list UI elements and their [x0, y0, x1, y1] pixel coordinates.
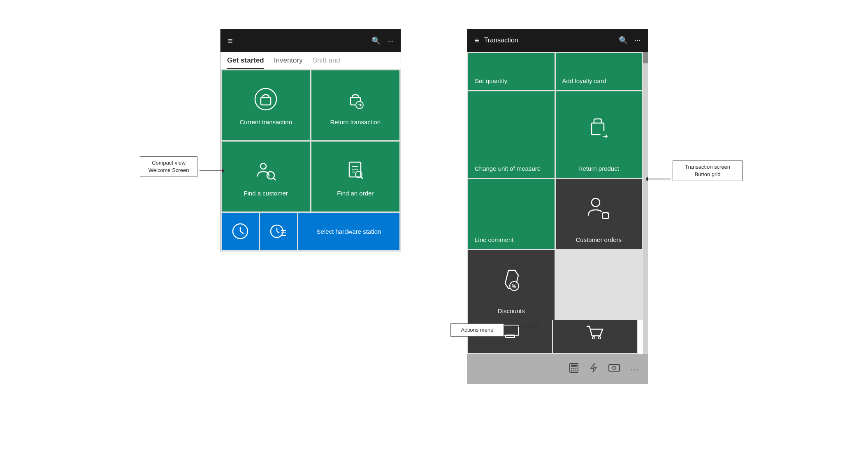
discounts-label: Discounts — [498, 307, 525, 314]
tile-add-loyalty[interactable]: Add loyalty card — [556, 53, 642, 90]
tab-shift[interactable]: Shift and — [313, 56, 340, 69]
svg-line-16 — [361, 177, 363, 179]
bottom-row: Select hardware station — [220, 213, 401, 251]
right-title: Transaction — [484, 37, 518, 44]
return-bag-icon — [343, 87, 368, 114]
annotation-arrow-left — [200, 165, 224, 177]
svg-point-48 — [571, 370, 573, 372]
cart-icon — [585, 324, 605, 339]
svg-point-2 — [255, 88, 276, 110]
calculator-icon[interactable] — [569, 363, 579, 376]
right-section: Transaction screenButton grid Actions me… — [467, 29, 648, 384]
compact-view-annotation: Compact view Welcome Screen — [140, 156, 197, 177]
clock-icon — [231, 222, 249, 240]
header-right: 🔍 ··· — [371, 36, 393, 45]
return-product-label: Return product — [578, 165, 619, 172]
more-icon[interactable]: ··· — [387, 37, 393, 45]
calc-svg — [569, 363, 579, 373]
tile-discounts[interactable]: % Discounts — [468, 250, 555, 320]
clock-list-icon — [269, 222, 288, 240]
svg-line-19 — [240, 231, 244, 234]
money-svg — [608, 363, 620, 372]
right-tile-grid: Set quantity Add loyalty card Change uni… — [467, 52, 643, 320]
hardware-station-label: Select hardware station — [317, 228, 381, 235]
transaction-button-grid-annotation: Transaction screenButton grid — [673, 160, 743, 181]
svg-line-10 — [273, 178, 276, 180]
current-transaction-label: Current transaction — [239, 119, 292, 126]
svg-point-42 — [598, 337, 601, 339]
set-quantity-label: Set quantity — [475, 77, 507, 84]
tile-clock1[interactable] — [222, 213, 259, 250]
svg-marker-27 — [646, 177, 648, 181]
welcome-tile-grid: Current transaction Retu — [220, 69, 401, 213]
svg-text:%: % — [512, 284, 516, 289]
hamburger-icon[interactable]: ≡ — [228, 36, 233, 46]
tile-change-uom[interactable]: Change unit of measure — [468, 91, 555, 178]
find-order-icon — [343, 158, 368, 186]
svg-point-49 — [573, 370, 575, 372]
shopping-bag-icon — [253, 87, 278, 114]
customer-orders-label: Customer orders — [576, 236, 622, 243]
scrollbar[interactable] — [643, 52, 648, 354]
tile-find-customer[interactable]: Find a customer — [222, 142, 310, 212]
right-more-icon[interactable]: ··· — [634, 36, 641, 45]
tile-find-order[interactable]: Find an order — [311, 142, 400, 212]
find-order-label: Find an order — [337, 190, 374, 197]
money-icon[interactable] — [608, 363, 620, 375]
tile-line-comment[interactable]: Line comment — [468, 179, 555, 249]
partial-tile-2[interactable] — [553, 320, 637, 353]
return-product-icon — [584, 97, 613, 161]
box-return-icon — [584, 115, 613, 144]
tile-current-transaction[interactable]: Current transaction — [222, 70, 310, 140]
find-customer-label: Find a customer — [244, 190, 288, 197]
discounts-icon: % — [498, 256, 525, 303]
svg-rect-3 — [261, 98, 271, 105]
right-header: ≡ Transaction 🔍 ··· — [467, 29, 648, 52]
actions-menu-annotation: Actions menu — [450, 323, 504, 337]
svg-rect-51 — [609, 365, 620, 371]
customer-order-icon — [585, 195, 612, 222]
right-header-left: ≡ Transaction — [474, 36, 518, 45]
lightning-icon[interactable] — [589, 363, 598, 376]
annotation-arrow-right — [646, 175, 671, 183]
lightning-svg — [589, 363, 598, 373]
annotation-arrow-actions — [506, 322, 539, 330]
right-header-right: 🔍 ··· — [619, 36, 641, 45]
left-screen: ≡ 🔍 ··· Get started Inventory Shift and — [220, 29, 401, 251]
scrollbar-thumb[interactable] — [643, 52, 648, 63]
change-uom-label: Change unit of measure — [475, 165, 541, 172]
svg-point-41 — [592, 337, 595, 339]
find-customer-icon — [253, 158, 278, 186]
svg-marker-1 — [222, 169, 224, 173]
right-search-icon[interactable]: 🔍 — [619, 36, 628, 45]
right-hamburger-icon[interactable]: ≡ — [474, 36, 479, 45]
tile-set-quantity[interactable]: Set quantity — [468, 53, 555, 90]
tab-get-started[interactable]: Get started — [227, 56, 264, 69]
svg-point-34 — [600, 210, 611, 221]
svg-rect-44 — [571, 365, 577, 367]
svg-point-47 — [576, 368, 577, 370]
tile-clock2[interactable] — [260, 213, 297, 250]
more-dots-icon[interactable]: ··· — [630, 365, 640, 374]
left-header: ≡ 🔍 ··· — [220, 29, 401, 52]
line-comment-label: Line comment — [475, 236, 513, 243]
nav-tabs: Get started Inventory Shift and — [220, 52, 401, 69]
tile-return-transaction[interactable]: Return transaction — [311, 70, 400, 140]
svg-point-52 — [613, 366, 616, 370]
tile-return-product[interactable]: Return product — [556, 91, 642, 178]
bottom-bar: ··· — [467, 354, 648, 384]
header-left: ≡ — [228, 36, 233, 46]
search-icon[interactable]: 🔍 — [371, 36, 381, 45]
svg-point-45 — [571, 368, 573, 370]
discount-icon: % — [498, 266, 525, 293]
customer-orders-icon — [585, 185, 612, 232]
svg-point-46 — [573, 368, 575, 370]
tile-customer-orders[interactable]: Customer orders — [556, 179, 642, 249]
return-transaction-label: Return transaction — [330, 119, 381, 126]
tab-inventory[interactable]: Inventory — [274, 56, 303, 69]
svg-marker-29 — [535, 324, 539, 328]
svg-line-22 — [277, 231, 279, 233]
svg-point-50 — [576, 370, 577, 372]
tile-hardware-station[interactable]: Select hardware station — [298, 213, 399, 250]
add-loyalty-label: Add loyalty card — [562, 77, 606, 84]
